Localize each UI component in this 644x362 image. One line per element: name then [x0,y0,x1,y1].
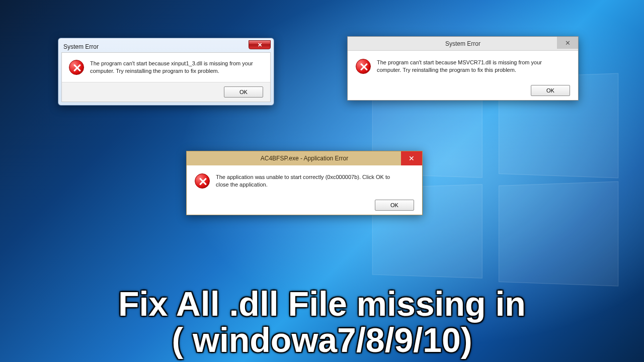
thumbnail-headline: Fix All .dll File missing in ( windowa7/… [0,286,644,358]
close-icon: ✕ [409,154,415,162]
error-dialog-msvcr71: System Error ✕ The program can't start b… [347,36,579,101]
dialog-body: The program can't start because xinput1_… [61,52,271,102]
error-icon [356,59,371,74]
dialog-title: System Error [348,40,578,47]
ok-button[interactable]: OK [531,85,570,96]
dialog-message: The program can't start because xinput1_… [90,60,256,75]
close-icon: ✕ [565,39,571,47]
dialog-message: The program can't start because MSVCR71.… [377,59,558,74]
error-icon [195,173,210,189]
error-icon [69,60,84,75]
dialog-message: The application was unable to start corr… [216,173,402,189]
headline-line1: Fix All .dll File missing in [0,286,644,322]
dialog-title: AC4BFSP.exe - Application Error [187,155,422,162]
close-icon: ✕ [258,42,262,48]
desktop-background: System Error ✕ The program can't start b… [0,0,644,362]
error-dialog-ac4bfsp: AC4BFSP.exe - Application Error ✕ The ap… [186,151,423,215]
close-button[interactable]: ✕ [401,151,422,165]
titlebar[interactable]: AC4BFSP.exe - Application Error ✕ [187,151,422,165]
close-button[interactable]: ✕ [557,37,578,49]
ok-button[interactable]: OK [375,200,414,211]
titlebar[interactable]: System Error ✕ [61,41,271,52]
error-dialog-xinput: System Error ✕ The program can't start b… [58,38,274,106]
titlebar[interactable]: System Error ✕ [348,37,578,51]
dialog-body: The program can't start because MSVCR71.… [348,51,578,100]
headline-line2: ( windowa7/8/9/10) [0,322,644,358]
ok-button[interactable]: OK [224,86,263,98]
dialog-body: The application was unable to start corr… [187,165,422,215]
close-button[interactable]: ✕ [249,40,271,49]
dialog-title: System Error [63,43,99,50]
